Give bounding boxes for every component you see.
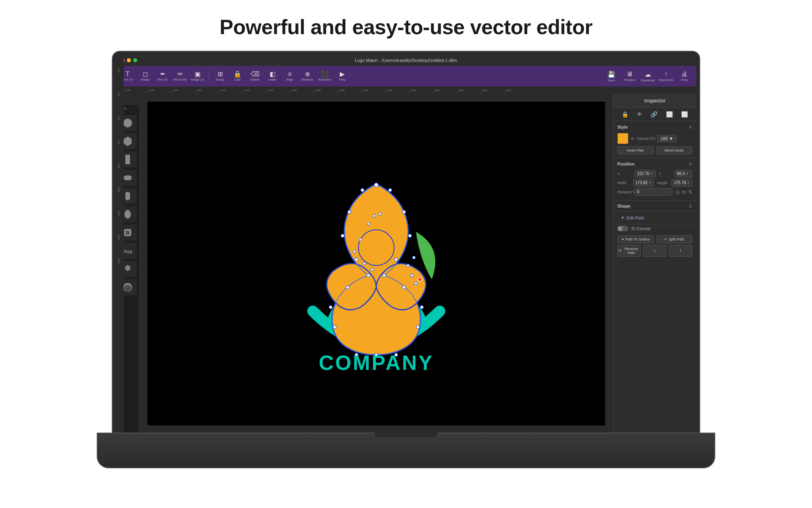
svg-text:350: 350 [117,187,120,192]
toolbar-preview[interactable]: 🖥 Preview [621,67,638,85]
canvas-area[interactable]: COMPANY [140,94,613,433]
svg-point-83 [353,250,356,253]
inspector-trash-icon[interactable]: ⬜ [681,111,688,117]
tool-delete[interactable]: ⌫ Delete [246,67,264,85]
save-label: Save [607,79,615,82]
inspector-link-icon[interactable]: 🔗 [651,111,657,117]
node-filter-btn[interactable]: Node Filter [617,146,654,154]
edit-path-button[interactable]: ✦ Edit Path [617,213,647,222]
tool-layer[interactable]: ◧ Layer [264,67,281,85]
opacity-value[interactable]: 100 ▼ [657,135,677,142]
path-to-outline-label: Path To Outline [626,237,650,241]
svg-text:COMPANY: COMPANY [319,351,434,374]
path-actions: ✦ Path To Outline ✂ Split Path [613,233,696,259]
maximize-dot[interactable] [133,58,137,62]
opacity-arrow: ▼ [669,136,673,141]
tool-image[interactable]: ▣ Image (J) [189,67,206,85]
node-blend-row: Node Filter Blend Mode [617,146,692,154]
text-tool-label: Text (T) [122,78,133,81]
toolbar-download[interactable]: ☁ Download [639,67,657,85]
laptop-notch [374,430,438,437]
toolbar-save[interactable]: 💾 Save [603,67,620,85]
svg-point-81 [379,213,382,216]
inspector-copy-icon[interactable]: ⬜ [666,111,673,117]
flip-v-icon[interactable]: ⇅ [688,189,692,195]
tool-pen[interactable]: ✒ Pen (P) [154,67,171,85]
rotation-circle-icon[interactable]: ◎ [676,189,680,195]
svg-text:150: 150 [117,94,120,97]
rotation-value[interactable]: 0 [635,188,672,196]
tool-shape[interactable]: ◻ Shape [136,67,154,85]
extrude-toggle[interactable] [617,226,628,231]
tool-group[interactable]: ⊞ Group [211,67,229,85]
toolbar: T Text (T) ◻ Shape ✒ Pen (P) ✏ [116,66,696,87]
tool-pencil[interactable]: ✏ Pencil (N) [171,67,189,85]
svg-text:450: 450 [117,235,120,240]
lock-tool-label: Lock [234,78,241,81]
svg-text:140: 140 [149,89,155,92]
reverse-path-btn[interactable]: ↺ Reverse Path [617,245,641,257]
inspector-visibility-icon[interactable]: 👁 [637,111,642,117]
tool-boolean[interactable]: ⊕ Boolean [299,67,316,85]
tool-animator[interactable]: ⬛ Animator [316,67,333,85]
path-to-outline-btn[interactable]: ✦ Path To Outline [617,235,654,243]
toolbar-sep-1 [209,70,209,83]
download-label: Download [641,79,655,82]
inspector-panel: Inspector 🔒 👁 🔗 ⬜ ⬜ [613,94,696,433]
node-tools-btn[interactable]: ⊹ [643,245,666,257]
xy-row: X 222.76 ▼ Y 88.3 ▼ [617,170,692,177]
fill-icon[interactable]: ✏ [631,136,634,141]
pen-tool-label: Pen (P) [157,78,168,81]
shape-collapse-icon[interactable]: ∧ [689,203,692,209]
toolbar-print[interactable]: 🖨 Print [676,67,693,85]
flip-h-icon[interactable]: ⇆ [682,189,686,195]
tool-align[interactable]: ≡ Align [281,67,299,85]
path-outline-icon: ✦ [621,237,624,241]
opacity-row: Opacity (%) 100 ▼ [637,135,692,142]
svg-marker-46 [124,137,132,146]
svg-point-64 [383,274,386,277]
svg-text:200: 200 [117,116,120,121]
download-icon: ☁ [645,71,651,78]
window-title: Logo Maker - /Users/drawtify/Desktop/Unt… [355,58,457,63]
style-collapse-icon[interactable]: ∧ [689,124,692,130]
toolbar-export[interactable]: ↑ Export Ani [657,67,675,85]
position-section: Position ∧ X 222.76 ▼ Y [613,158,696,201]
split-path-icon: ✂ [664,237,667,241]
svg-point-85 [371,268,374,271]
edit-path-label: Edit Path [626,216,644,220]
save-icon: 💾 [607,71,615,78]
opacity-label: Opacity (%) [637,137,655,140]
svg-point-65 [402,286,406,289]
icon-search-input[interactable] [124,97,137,101]
tool-play[interactable]: ▶ Play [333,67,351,85]
path-action-row-2: ↺ Reverse Path ⊹ ⤴ [617,245,692,257]
preview-label: Preview [624,78,635,82]
tool-lock[interactable]: 🔒 Lock [229,67,246,85]
svg-point-89 [415,282,417,285]
x-value[interactable]: 222.76 ▼ [635,170,656,177]
color-swatch[interactable] [617,133,628,144]
path-extra-btn[interactable]: ⤴ [669,245,692,257]
position-collapse-icon[interactable]: ∧ [689,161,692,167]
lock-icon: 🔒 [234,71,241,77]
minimize-dot[interactable] [127,58,131,62]
svg-point-78 [361,189,364,192]
app-container: Logo Maker - /Users/drawtify/Desktop/Unt… [116,55,696,433]
svg-point-87 [407,264,410,267]
y-value[interactable]: 88.3 ▼ [675,170,692,177]
boolean-icon: ⊕ [305,71,310,77]
page-headline: Powerful and easy-to-use vector editor [220,15,592,39]
play-icon: ▶ [340,71,345,77]
svg-point-58 [358,230,394,266]
height-value[interactable]: 175.78 ▼ [671,179,692,187]
blend-mode-btn[interactable]: Blend Mode [656,146,693,154]
svg-text:160: 160 [173,89,178,92]
split-path-label: Split Path [668,237,684,241]
svg-text:250: 250 [117,140,120,144]
export-icon: ↑ [665,71,668,78]
width-value[interactable]: 175.82 ▼ [633,179,654,187]
style-section: Style ∧ ✏ Opacity (%) 100 ▼ [613,121,696,158]
inspector-lock-icon[interactable]: 🔒 [622,111,628,117]
split-path-btn[interactable]: ✂ Split Path [656,235,693,243]
